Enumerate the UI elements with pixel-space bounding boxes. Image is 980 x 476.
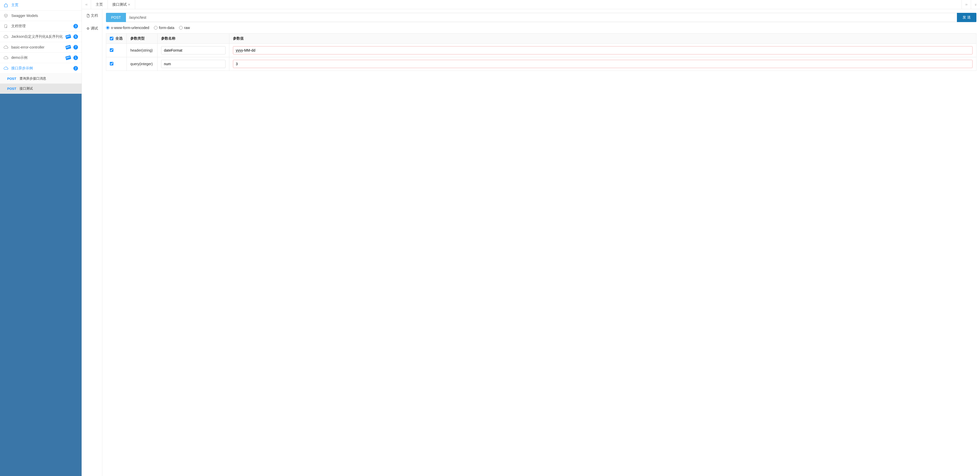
select-all-label: 全选 [115, 36, 123, 41]
side-tab-list: 文档 调试 [82, 9, 102, 476]
svg-rect-0 [5, 25, 7, 28]
new-badge-icon [65, 56, 71, 60]
request-method[interactable]: POST [106, 13, 126, 22]
side-tab-debug[interactable]: 调试 [82, 22, 102, 35]
cloud-icon [3, 66, 8, 70]
sidebar-item-jackson[interactable]: Jackson自定义序列化&反序列化 5 [0, 32, 81, 42]
radio-label: x-www-form-urlencoded [111, 26, 149, 30]
sidebar-item-swagger-models[interactable]: Swagger Models [0, 11, 81, 21]
radio-label: form-data [159, 26, 175, 30]
sidebar-item-demo[interactable]: demo示例 1 [0, 53, 81, 63]
count-badge: 5 [73, 34, 78, 39]
table-row: query(integer) [106, 57, 977, 71]
request-bar: POST 发 送 [106, 13, 977, 22]
sidebar-item-label: 接口异步示例 [11, 66, 72, 70]
svg-point-1 [6, 27, 7, 28]
radio-urlencoded[interactable]: x-www-form-urlencoded [106, 26, 149, 30]
param-name-input[interactable] [161, 60, 226, 68]
tab-bar: 主页 接口测试 ✕ [82, 0, 980, 9]
sidebar-item-doc-manage[interactable]: 文档管理 3 [0, 21, 81, 32]
http-method-label: POST [7, 87, 19, 91]
new-badge-icon [65, 45, 71, 50]
param-value-input[interactable] [233, 60, 972, 68]
sidebar-item-async[interactable]: 接口异步示例 2 [0, 63, 81, 74]
row-checkbox[interactable] [110, 62, 113, 65]
sidebar-item-label: Jackson自定义序列化&反序列化 [11, 34, 66, 39]
sidebar-subitem-api-test[interactable]: POST 接口测试 [0, 84, 81, 94]
sidebar-item-label: Swagger Models [11, 14, 78, 18]
svg-point-2 [87, 28, 89, 29]
cloud-icon [3, 56, 8, 60]
content-pane: POST 发 送 x-www-form-urlencoded form-data [102, 9, 980, 476]
file-icon [86, 14, 90, 18]
sidebar-sublist: POST 查询异步接口消息 POST 接口测试 [0, 74, 81, 94]
cube-icon [3, 13, 8, 18]
cloud-icon [3, 34, 8, 39]
api-name-label: 查询异步接口消息 [19, 76, 46, 81]
table-row: header(string) [106, 44, 977, 57]
tab-home[interactable]: 主页 [91, 0, 108, 9]
tab-label: 接口测试 [112, 2, 127, 7]
sidebar-item-label: 主页 [11, 3, 78, 8]
home-icon [3, 3, 8, 8]
col-value: 参数值 [229, 34, 977, 44]
tab-scroll-right[interactable] [961, 0, 971, 9]
sidebar-subitem-query-async[interactable]: POST 查询异步接口消息 [0, 74, 81, 84]
new-badge-icon [65, 34, 71, 39]
radio-raw[interactable]: raw [179, 26, 190, 30]
param-value-input[interactable] [233, 46, 972, 54]
sidebar-item-label: 文档管理 [11, 24, 72, 29]
doc-settings-icon [3, 24, 8, 29]
count-badge: 2 [73, 66, 78, 70]
sidebar: 主页 Swagger Models 文档管理 3 Jackson自定义序列化& [0, 0, 82, 476]
tab-scroll-left[interactable] [82, 0, 91, 9]
send-button[interactable]: 发 送 [957, 13, 977, 22]
radio-input[interactable] [179, 26, 183, 30]
col-type: 参数类型 [127, 34, 158, 44]
http-method-label: POST [7, 77, 19, 81]
param-name-input[interactable] [161, 46, 226, 54]
radio-input[interactable] [106, 26, 110, 30]
param-type: header(string) [127, 44, 158, 57]
sidebar-item-label: demo示例 [11, 56, 66, 60]
tab-more[interactable] [971, 0, 980, 9]
api-name-label: 接口测试 [19, 86, 33, 91]
count-badge: 1 [73, 56, 78, 60]
main: 主页 接口测试 ✕ 文档 [82, 0, 980, 476]
close-icon[interactable]: ✕ [128, 3, 130, 6]
sidebar-item-basic-error[interactable]: basic-error-controller 7 [0, 42, 81, 53]
count-badge: 7 [73, 45, 78, 50]
sidebar-item-label: basic-error-controller [11, 45, 66, 49]
row-checkbox[interactable] [110, 48, 113, 52]
side-tab-doc[interactable]: 文档 [82, 9, 102, 22]
side-tab-label: 文档 [91, 13, 98, 18]
tab-label: 主页 [96, 2, 103, 7]
bug-icon [86, 27, 90, 30]
radio-input[interactable] [154, 26, 158, 30]
select-all-checkbox[interactable] [110, 37, 113, 40]
body-type-row: x-www-form-urlencoded form-data raw [106, 26, 977, 30]
cloud-icon [3, 45, 8, 50]
sidebar-item-home[interactable]: 主页 [0, 0, 81, 11]
param-type: query(integer) [127, 57, 158, 71]
count-badge: 3 [73, 24, 78, 29]
request-url-input[interactable] [126, 13, 957, 22]
radio-label: raw [184, 26, 190, 30]
radio-formdata[interactable]: form-data [154, 26, 175, 30]
col-name: 参数名称 [158, 34, 229, 44]
col-select-all: 全选 [106, 34, 127, 44]
sidebar-fill [0, 94, 81, 476]
params-table: 全选 参数类型 参数名称 参数值 header(string) [106, 34, 977, 71]
side-tab-label: 调试 [91, 26, 98, 31]
tab-api-test[interactable]: 接口测试 ✕ [108, 0, 135, 9]
